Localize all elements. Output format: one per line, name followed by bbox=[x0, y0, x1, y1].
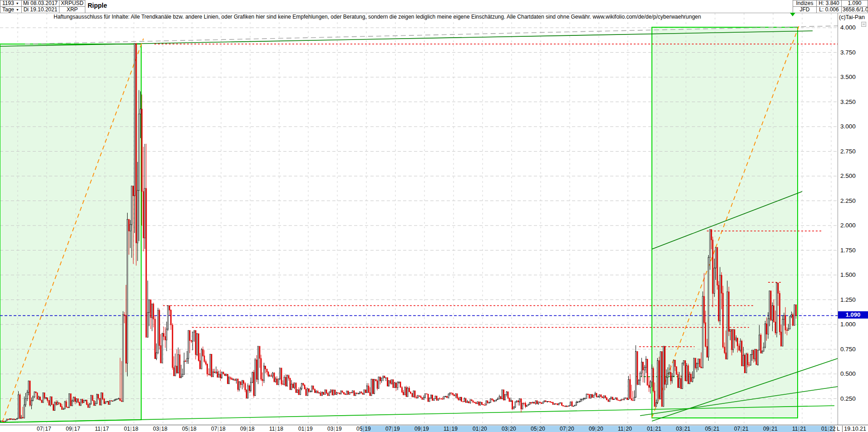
candle-body bbox=[557, 403, 558, 405]
candle-body bbox=[661, 352, 662, 407]
candle-body bbox=[480, 403, 481, 406]
candle-body bbox=[442, 399, 443, 399]
candle-body bbox=[436, 396, 437, 401]
candle-body bbox=[168, 306, 168, 329]
candle-body bbox=[15, 419, 16, 420]
candle-body bbox=[31, 401, 32, 405]
bar-count-dropdown[interactable]: 1193 ▼ bbox=[0, 0, 22, 7]
candle-body bbox=[641, 362, 642, 373]
candle-body bbox=[301, 383, 302, 388]
candle-body bbox=[747, 354, 748, 365]
candle-body bbox=[768, 319, 769, 334]
symbol-short: XRP bbox=[67, 7, 78, 13]
candle-body bbox=[56, 402, 57, 405]
candle-body bbox=[311, 386, 312, 391]
price-axis-label: 2.500 bbox=[840, 172, 867, 179]
candle-body bbox=[659, 361, 660, 399]
candle-body bbox=[416, 398, 417, 398]
candle-body bbox=[72, 401, 73, 406]
x-axis-tick bbox=[189, 427, 189, 432]
candle-body bbox=[126, 315, 127, 363]
date-axis-bar[interactable]: 0717091711170118031805180718091811180119… bbox=[0, 425, 868, 432]
candle-body bbox=[360, 392, 360, 394]
candle-body bbox=[438, 399, 439, 401]
candle-body bbox=[102, 393, 103, 399]
candle-body bbox=[194, 330, 195, 332]
candle-body bbox=[217, 372, 218, 377]
candle-body bbox=[240, 382, 241, 385]
candle-body bbox=[622, 399, 623, 400]
candle-body bbox=[344, 392, 345, 394]
candle-body bbox=[490, 399, 491, 403]
x-axis-label: 0520 bbox=[531, 426, 545, 432]
x-axis-label: 0919 bbox=[414, 426, 429, 432]
candle-body bbox=[564, 406, 565, 407]
candle-body bbox=[306, 389, 306, 396]
candle-body bbox=[222, 372, 222, 378]
candle-body bbox=[352, 391, 353, 393]
candle-body bbox=[444, 397, 444, 399]
candle-body bbox=[12, 419, 13, 419]
candle-body bbox=[632, 400, 633, 401]
candle-body bbox=[175, 366, 176, 376]
candle-body bbox=[329, 392, 330, 396]
candle-body bbox=[570, 402, 571, 406]
candle-body bbox=[579, 402, 580, 402]
candle-body bbox=[166, 329, 167, 340]
candle-body bbox=[92, 395, 93, 400]
candle-body bbox=[239, 382, 240, 389]
candle-body bbox=[226, 374, 227, 376]
candle-body bbox=[453, 393, 454, 395]
candle-body bbox=[242, 381, 243, 385]
x-axis-tick bbox=[683, 427, 683, 432]
candle-body bbox=[316, 391, 317, 393]
period-dropdown[interactable]: Tage ▼ bbox=[0, 6, 22, 13]
candle-body bbox=[431, 395, 432, 398]
candle-body bbox=[159, 310, 160, 346]
x-axis-tick bbox=[654, 427, 654, 432]
candle-body bbox=[59, 403, 59, 403]
candle-body bbox=[535, 401, 536, 403]
candle-body bbox=[656, 403, 657, 407]
candle-body bbox=[580, 399, 581, 402]
candle-body bbox=[182, 374, 183, 377]
candle-body bbox=[368, 386, 369, 393]
candle-body bbox=[426, 394, 427, 394]
candle-body bbox=[407, 388, 408, 397]
candle-body bbox=[542, 402, 543, 404]
candle-body bbox=[247, 386, 248, 398]
candle-body bbox=[54, 402, 55, 411]
candle-body bbox=[552, 402, 553, 404]
candle-body bbox=[303, 383, 304, 385]
candle-body bbox=[603, 396, 604, 398]
candle-body bbox=[24, 405, 25, 418]
candle-body bbox=[319, 393, 320, 393]
candle-body bbox=[276, 379, 277, 385]
x-axis-label: 0920 bbox=[589, 426, 603, 432]
price-chart-canvas[interactable] bbox=[0, 0, 868, 432]
candle-body bbox=[133, 186, 134, 196]
candle-body bbox=[573, 406, 574, 407]
candle-body bbox=[686, 366, 687, 381]
candle-body bbox=[339, 393, 340, 394]
x-axis-tick bbox=[305, 427, 306, 432]
candle-body bbox=[107, 401, 108, 402]
candle-body bbox=[787, 330, 788, 330]
candle-body bbox=[551, 402, 552, 403]
candle-body bbox=[679, 378, 680, 388]
candle-body bbox=[253, 372, 254, 396]
candle-body bbox=[342, 391, 343, 392]
candle-body bbox=[494, 400, 495, 401]
candle-body bbox=[310, 392, 311, 392]
current-price-tag: 1.090 bbox=[838, 311, 868, 319]
candle-body bbox=[307, 389, 308, 396]
candle-body bbox=[785, 315, 786, 330]
candle-body bbox=[340, 391, 341, 394]
x-axis-label: 0319 bbox=[327, 426, 342, 432]
candle-body bbox=[428, 394, 429, 402]
candle-body bbox=[142, 109, 143, 191]
price-axis-label: 0.500 bbox=[840, 370, 867, 377]
candle-body bbox=[567, 406, 568, 407]
candle-body bbox=[332, 390, 333, 395]
candle-body bbox=[737, 338, 738, 346]
